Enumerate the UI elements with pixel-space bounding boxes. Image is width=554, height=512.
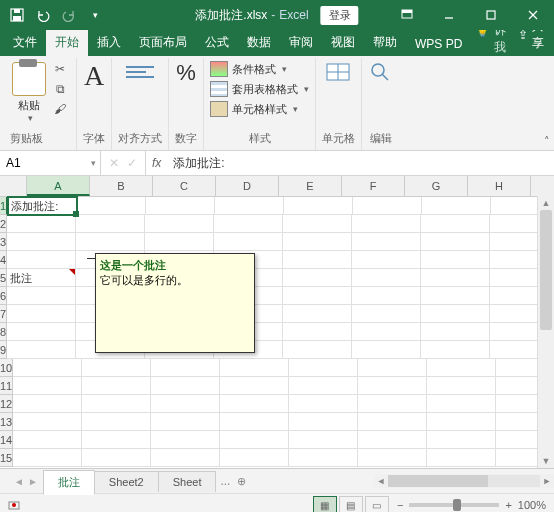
cell[interactable] <box>289 359 358 377</box>
cell[interactable] <box>13 413 82 431</box>
cell[interactable]: 批注 <box>7 269 76 287</box>
tab-review[interactable]: 审阅 <box>280 30 322 56</box>
cell[interactable] <box>76 233 145 251</box>
page-break-view-icon[interactable]: ▭ <box>365 496 389 512</box>
cell[interactable] <box>220 359 289 377</box>
cell[interactable] <box>220 377 289 395</box>
cell[interactable] <box>151 377 220 395</box>
table-format-button[interactable]: 套用表格格式▾ <box>210 80 309 98</box>
tab-home[interactable]: 开始 <box>46 30 88 56</box>
cells-group[interactable]: 单元格 <box>316 58 362 150</box>
font-group[interactable]: A 字体 <box>77 58 112 150</box>
collapse-ribbon-icon[interactable]: ˄ <box>544 135 550 148</box>
col-header-f[interactable]: F <box>342 176 405 196</box>
hscroll-thumb[interactable] <box>388 475 488 487</box>
cell[interactable] <box>215 197 284 215</box>
editing-group[interactable]: 编辑 <box>362 58 400 150</box>
cell[interactable] <box>283 305 352 323</box>
zoom-slider[interactable] <box>409 503 499 507</box>
tab-insert[interactable]: 插入 <box>88 30 130 56</box>
cell[interactable] <box>352 215 421 233</box>
row-header-11[interactable]: 11 <box>0 377 13 395</box>
zoom-knob[interactable] <box>453 499 461 511</box>
sheet-nav-prev-icon[interactable]: ◄ <box>14 476 24 487</box>
cell[interactable] <box>151 431 220 449</box>
cell[interactable] <box>352 341 421 359</box>
cell-styles-button[interactable]: 单元格样式▾ <box>210 100 309 118</box>
cell[interactable] <box>82 395 151 413</box>
tab-view[interactable]: 视图 <box>322 30 364 56</box>
cell[interactable] <box>151 449 220 467</box>
cell[interactable] <box>358 359 427 377</box>
cell[interactable] <box>220 431 289 449</box>
cell[interactable]: 添加批注: <box>8 197 77 215</box>
cell[interactable] <box>427 359 496 377</box>
cell[interactable] <box>283 323 352 341</box>
cell[interactable] <box>352 287 421 305</box>
cell[interactable] <box>289 431 358 449</box>
horizontal-scrollbar[interactable]: ◄ ► <box>374 474 554 488</box>
cell[interactable] <box>145 233 214 251</box>
cell[interactable] <box>82 359 151 377</box>
cell[interactable] <box>7 233 76 251</box>
cell[interactable] <box>421 323 490 341</box>
row-header-1[interactable]: 1 <box>0 197 8 215</box>
cell[interactable] <box>76 215 145 233</box>
tab-layout[interactable]: 页面布局 <box>130 30 196 56</box>
cell[interactable] <box>7 305 76 323</box>
comment-popup[interactable]: 这是一个批注 它可以是多行的。 <box>95 253 255 353</box>
cell[interactable] <box>352 233 421 251</box>
col-header-g[interactable]: G <box>405 176 468 196</box>
cell[interactable] <box>421 341 490 359</box>
login-button[interactable]: 登录 <box>321 6 359 25</box>
col-header-d[interactable]: D <box>216 176 279 196</box>
alignment-group[interactable]: 对齐方式 <box>112 58 169 150</box>
cell[interactable] <box>145 215 214 233</box>
cell[interactable] <box>427 449 496 467</box>
format-painter-icon[interactable]: 🖌 <box>50 100 70 118</box>
cell[interactable] <box>283 287 352 305</box>
redo-icon[interactable] <box>58 4 80 26</box>
cell[interactable] <box>421 287 490 305</box>
row-header-13[interactable]: 13 <box>0 413 13 431</box>
sheet-tab-1[interactable]: 批注 <box>43 470 95 495</box>
cell[interactable] <box>421 269 490 287</box>
cell[interactable] <box>82 413 151 431</box>
macro-record-icon[interactable] <box>8 499 20 511</box>
tab-wps[interactable]: WPS PD <box>406 33 471 56</box>
scroll-up-icon[interactable]: ▲ <box>538 196 554 210</box>
cell[interactable] <box>353 197 422 215</box>
cell[interactable] <box>421 233 490 251</box>
cell[interactable] <box>146 197 215 215</box>
cell[interactable] <box>283 269 352 287</box>
ribbon-options-icon[interactable] <box>386 0 428 30</box>
cell[interactable] <box>220 395 289 413</box>
row-header-14[interactable]: 14 <box>0 431 13 449</box>
cell[interactable] <box>7 341 76 359</box>
cell[interactable] <box>352 269 421 287</box>
cell[interactable] <box>220 449 289 467</box>
row-header-9[interactable]: 9 <box>0 341 7 359</box>
row-header-4[interactable]: 4 <box>0 251 7 269</box>
cell[interactable] <box>427 413 496 431</box>
cell[interactable] <box>151 395 220 413</box>
row-header-10[interactable]: 10 <box>0 359 13 377</box>
formula-input[interactable]: 添加批注: <box>167 155 554 172</box>
cell[interactable] <box>358 377 427 395</box>
col-header-c[interactable]: C <box>153 176 216 196</box>
cell[interactable] <box>7 251 76 269</box>
number-group[interactable]: % 数字 <box>169 58 204 150</box>
cell[interactable] <box>289 413 358 431</box>
cell[interactable] <box>289 449 358 467</box>
paste-dropdown-icon[interactable]: ▾ <box>28 113 33 123</box>
col-header-h[interactable]: H <box>468 176 531 196</box>
select-all-corner[interactable] <box>0 176 27 196</box>
save-icon[interactable] <box>6 4 28 26</box>
close-icon[interactable] <box>512 0 554 30</box>
col-header-a[interactable]: A <box>27 176 90 196</box>
cell[interactable] <box>289 395 358 413</box>
cell[interactable] <box>214 233 283 251</box>
cell[interactable] <box>220 413 289 431</box>
cell[interactable] <box>13 431 82 449</box>
qat-dropdown-icon[interactable]: ▾ <box>84 4 106 26</box>
